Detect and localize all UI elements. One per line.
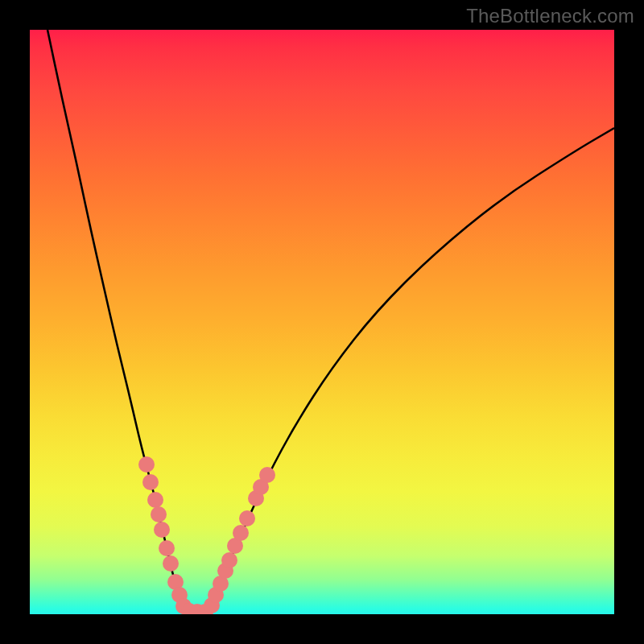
data-point [142, 474, 159, 490]
data-point [221, 552, 237, 568]
chart-stage: TheBottleneck.com [0, 0, 644, 644]
plot-area [30, 30, 614, 614]
data-point [138, 456, 155, 473]
data-point [154, 522, 170, 538]
data-point [163, 555, 179, 572]
watermark-text: TheBottleneck.com [466, 5, 634, 27]
data-point [233, 525, 249, 541]
data-point [259, 467, 275, 483]
dots-layer [30, 30, 614, 614]
data-point [239, 510, 255, 526]
data-point [151, 506, 167, 522]
data-point [147, 492, 163, 508]
data-point [159, 540, 175, 556]
